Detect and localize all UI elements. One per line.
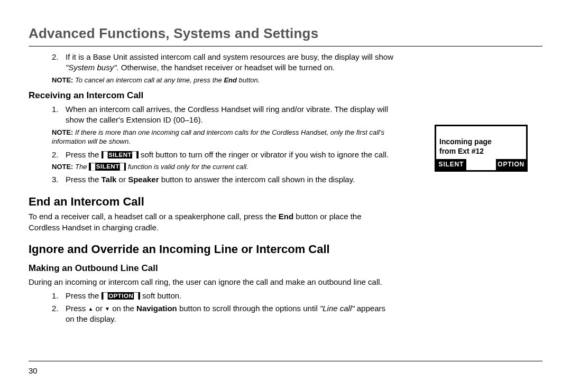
- step-text: Press ▲ or ▼ on the Navigation button to…: [66, 303, 393, 325]
- text: or: [116, 175, 128, 184]
- text: button to scroll through the options unt…: [177, 304, 320, 313]
- step-number: 1.: [52, 104, 66, 126]
- step-number: 2.: [52, 303, 66, 325]
- step-number: 1.: [52, 291, 66, 301]
- option-softkey-icon: █OPTION█: [102, 292, 140, 300]
- note-label: NOTE:: [52, 76, 73, 84]
- end-call-paragraph: To end a receiver call, a headset call o…: [29, 211, 393, 233]
- note-3: NOTE: The █SILENT█ function is valid onl…: [29, 162, 393, 172]
- silent-softkey-icon: █SILENT█: [102, 151, 139, 159]
- page-footer: 30: [29, 361, 542, 376]
- text: Otherwise, the handset receiver or heads…: [119, 63, 335, 72]
- bold-term: Talk: [102, 175, 117, 184]
- quoted-text: "Line call": [320, 304, 355, 313]
- note-label: NOTE:: [52, 128, 73, 136]
- note-1: NOTE: To cancel an intercom call at any …: [29, 76, 393, 85]
- subhead-receiving: Receiving an Intercom Call: [29, 90, 393, 102]
- lcd-softkey-silent: SILENT: [436, 159, 466, 170]
- text: Press the: [66, 175, 102, 184]
- down-arrow-icon: ▼: [105, 306, 110, 312]
- lcd-line-2: from Ext #12: [439, 146, 523, 156]
- make-step-2: 2. Press ▲ or ▼ on the Navigation button…: [52, 303, 393, 325]
- text: or: [93, 304, 105, 313]
- heading-ignore-override: Ignore and Override an Incoming Line or …: [29, 241, 393, 257]
- subhead-outbound: Making an Outbound Line Call: [29, 263, 393, 275]
- lcd-divider: [466, 159, 496, 170]
- step-text: Press the Talk or Speaker button to answ…: [66, 174, 393, 185]
- lcd-softkey-row: SILENT OPTION: [436, 159, 526, 170]
- step-number: 2.: [52, 52, 66, 73]
- note-text: button.: [239, 76, 260, 84]
- note-text: The: [75, 163, 87, 171]
- text: on the: [110, 304, 136, 313]
- text: If it is a Base Unit assisted intercom c…: [66, 52, 393, 61]
- lcd-text-area: Incoming page from Ext #12: [436, 126, 526, 159]
- outbound-paragraph: During an incoming or intercom call ring…: [29, 277, 393, 287]
- step-text: When an intercom call arrives, the Cordl…: [66, 104, 393, 126]
- text: Press the: [66, 150, 102, 159]
- page-title: Advanced Functions, Systems and Settings: [29, 24, 542, 46]
- main-column: 2. If it is a Base Unit assisted interco…: [29, 52, 393, 326]
- note-text: If there is more than one incoming call …: [52, 128, 384, 146]
- recv-step-2: 2. Press the █SILENT█ soft button to tur…: [52, 150, 393, 160]
- quoted-text: "System busy".: [66, 63, 119, 72]
- text: soft button.: [140, 291, 181, 300]
- step-text: Press the █OPTION█ soft button.: [66, 291, 393, 301]
- note-label: NOTE:: [52, 163, 73, 171]
- lcd-line-1: Incoming page: [439, 137, 523, 146]
- step-number: 2.: [52, 150, 66, 160]
- step-number: 3.: [52, 174, 66, 185]
- lcd-softkey-option: OPTION: [496, 159, 526, 170]
- text: Press the: [66, 291, 102, 300]
- text: Press: [66, 304, 88, 313]
- recv-step-3: 3. Press the Talk or Speaker button to a…: [52, 174, 393, 185]
- text: soft button to turn off the ringer or vi…: [139, 150, 389, 159]
- note-2: NOTE: If there is more than one incoming…: [29, 128, 393, 146]
- page-number: 30: [29, 366, 38, 375]
- bold-term: Speaker: [128, 175, 159, 184]
- bold-term: End: [279, 212, 293, 221]
- note-text: function is valid only for the current c…: [128, 163, 248, 171]
- bold-term: Navigation: [136, 304, 177, 313]
- bold-term: End: [224, 76, 237, 84]
- step-text: Press the █SILENT█ soft button to turn o…: [66, 150, 393, 160]
- step-2: 2. If it is a Base Unit assisted interco…: [52, 52, 393, 73]
- silent-softkey-icon: █SILENT█: [89, 163, 126, 171]
- text: To end a receiver call, a headset call o…: [29, 212, 279, 221]
- make-step-1: 1. Press the █OPTION█ soft button.: [52, 291, 393, 301]
- heading-end-call: End an Intercom Call: [29, 194, 393, 210]
- up-arrow-icon: ▲: [88, 306, 94, 312]
- step-text: If it is a Base Unit assisted intercom c…: [66, 52, 393, 73]
- text: button to answer the intercom call shown…: [159, 175, 355, 184]
- side-column: Incoming page from Ext #12 SILENT OPTION: [408, 52, 528, 326]
- lcd-display: Incoming page from Ext #12 SILENT OPTION: [435, 125, 528, 172]
- note-text: To cancel an intercom call at any time, …: [75, 76, 222, 84]
- recv-step-1: 1. When an intercom call arrives, the Co…: [52, 104, 393, 126]
